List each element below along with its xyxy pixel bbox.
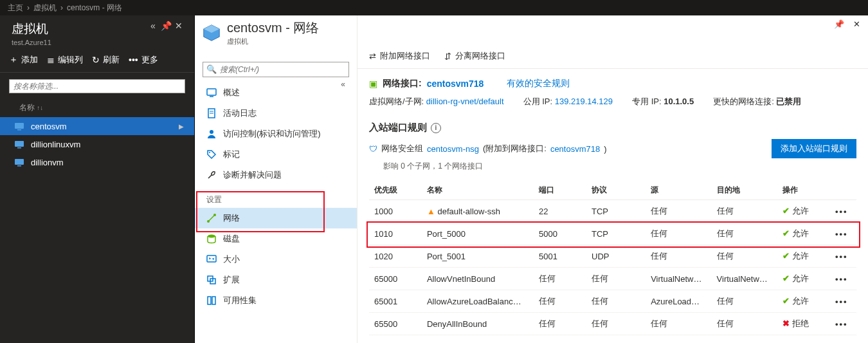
collapse-icon[interactable]: « xyxy=(147,21,159,31)
col-protocol[interactable]: 协议 xyxy=(586,181,646,200)
info-icon[interactable]: i xyxy=(431,123,441,133)
nav-item-label: 磁盘 xyxy=(223,233,240,245)
col-dest[interactable]: 目的地 xyxy=(712,181,777,200)
cell-source: 任何 xyxy=(646,245,711,268)
nav-item-avail[interactable]: 可用性集 xyxy=(195,290,357,311)
rule-row[interactable]: 1020Port_50015001UDP任何任何✔ 允许••• xyxy=(369,245,856,268)
row-more-icon[interactable]: ••• xyxy=(835,229,848,239)
more-icon: ••• xyxy=(129,55,138,65)
nic-link[interactable]: centosvm718 xyxy=(427,79,484,89)
privateip-value: 10.1.0.5 xyxy=(664,97,694,106)
rule-row[interactable]: 65001AllowAzureLoadBalanc…任何任何AzureLoad…… xyxy=(369,290,856,313)
vm-list-item[interactable]: dillionlinuxvm xyxy=(0,135,194,153)
nsg-nic-link[interactable]: centosvm718 xyxy=(550,144,600,154)
vm-column-header[interactable]: 名称 ↑↓ xyxy=(0,96,194,117)
nav-item-label: 活动日志 xyxy=(223,107,257,119)
rule-row[interactable]: 65500DenyAllInBound任何任何任何任何✖ 拒绝••• xyxy=(369,313,856,335)
publicip-label: 公用 IP: xyxy=(523,97,553,106)
svg-point-18 xyxy=(208,235,215,238)
nav-item-tag[interactable]: 标记 xyxy=(195,144,357,165)
cell-name: Port_5000 xyxy=(422,223,534,245)
cell-dest: 任何 xyxy=(712,290,777,313)
vm-list-item[interactable]: centosvm▶ xyxy=(0,117,194,135)
cell-action: ✔ 允许 xyxy=(777,200,830,223)
nav-item-network[interactable]: 网络 xyxy=(195,208,357,228)
rule-row[interactable]: 1000▲ default-allow-ssh22TCP任何任何✔ 允许••• xyxy=(369,200,856,223)
nav-title: centosvm - 网络 xyxy=(227,19,319,37)
effective-rules-link[interactable]: 有效的安全规则 xyxy=(507,78,570,89)
vm-icon xyxy=(14,157,24,167)
pin-icon[interactable]: 📌 xyxy=(159,21,172,31)
svg-point-14 xyxy=(209,152,210,153)
rule-row[interactable]: 65000AllowVnetInBound任何任何VirtualNetw…Vir… xyxy=(369,268,856,290)
refresh-button[interactable]: ↻刷新 xyxy=(92,54,120,66)
svg-rect-2 xyxy=(15,141,24,147)
monitor-icon xyxy=(206,88,217,98)
vm-filter-input[interactable] xyxy=(9,79,185,93)
cell-port: 任何 xyxy=(534,313,586,335)
col-port[interactable]: 端口 xyxy=(534,181,586,200)
col-source[interactable]: 源 xyxy=(646,181,711,200)
nav-item-wrench[interactable]: 诊断并解决问题 xyxy=(195,165,357,185)
nav-item-monitor[interactable]: 概述 xyxy=(195,82,357,103)
nav-item-label: 标记 xyxy=(223,149,240,160)
cell-name: AllowVnetInBound xyxy=(422,268,534,290)
cell-priority: 1010 xyxy=(369,223,422,245)
cell-port: 任何 xyxy=(534,268,586,290)
publicip-link[interactable]: 139.219.14.129 xyxy=(555,97,613,106)
cell-dest: 任何 xyxy=(712,200,777,223)
detach-icon: ⇵ xyxy=(444,51,451,61)
inbound-rules-table: 优先级 名称 端口 协议 源 目的地 操作 1000▲ default-allo… xyxy=(369,181,856,335)
cell-protocol: 任何 xyxy=(586,313,646,335)
cell-dest: 任何 xyxy=(712,313,777,335)
nav-search-input[interactable] xyxy=(203,62,349,77)
breadcrumb-home[interactable]: 主页 xyxy=(8,3,23,14)
vm-list-item[interactable]: dillionvm xyxy=(0,153,194,171)
row-more-icon[interactable]: ••• xyxy=(835,252,848,261)
pin-icon[interactable]: 📌 xyxy=(834,19,844,29)
detach-nic-button[interactable]: ⇵分离网络接口 xyxy=(444,50,505,62)
cell-priority: 65500 xyxy=(369,313,422,335)
cell-protocol: 任何 xyxy=(586,268,646,290)
nic-label: 网络接口: xyxy=(383,78,422,89)
nav-item-label: 诊断并解决问题 xyxy=(223,169,282,181)
nav-item-disk[interactable]: 磁盘 xyxy=(195,228,357,249)
cell-dest: 任何 xyxy=(712,245,777,268)
close-icon[interactable]: ✕ xyxy=(172,21,185,31)
nav-item-ext[interactable]: 扩展 xyxy=(195,270,357,290)
subnet-link[interactable]: dillion-rg-vnet/default xyxy=(426,97,504,106)
add-button[interactable]: ＋添加 xyxy=(9,54,38,66)
nsg-link[interactable]: centosvm-nsg xyxy=(427,144,479,154)
edit-columns-button[interactable]: ≣编辑列 xyxy=(47,54,83,66)
nav-subtitle: 虚拟机 xyxy=(227,37,319,46)
row-more-icon[interactable]: ••• xyxy=(835,319,848,329)
row-more-icon[interactable]: ••• xyxy=(835,207,848,216)
breadcrumb-vm[interactable]: 虚拟机 xyxy=(33,3,57,14)
breadcrumb: 主页 › 虚拟机 › centosvm - 网络 xyxy=(0,0,868,15)
cell-priority: 1000 xyxy=(369,200,422,223)
attach-nic-button[interactable]: ⇄附加网络接口 xyxy=(369,50,430,62)
cell-priority: 65000 xyxy=(369,268,422,290)
cell-action: ✔ 允许 xyxy=(777,268,830,290)
nav-item-log[interactable]: 活动日志 xyxy=(195,103,357,124)
cell-protocol: TCP xyxy=(586,200,646,223)
nav-item-label: 网络 xyxy=(223,212,240,224)
col-priority[interactable]: 优先级 xyxy=(369,181,422,200)
privateip-label: 专用 IP: xyxy=(632,97,662,106)
more-button[interactable]: •••更多 xyxy=(129,54,158,66)
row-more-icon[interactable]: ••• xyxy=(835,274,848,284)
cell-port: 5000 xyxy=(534,223,586,245)
add-inbound-rule-button[interactable]: 添加入站端口规则 xyxy=(772,139,856,158)
inbound-rules-title: 入站端口规则 xyxy=(369,122,427,134)
row-more-icon[interactable]: ••• xyxy=(835,297,848,306)
vm-name: dillionvm xyxy=(31,158,64,167)
col-name[interactable]: 名称 xyxy=(422,181,534,200)
nav-item-people[interactable]: 访问控制(标识和访问管理) xyxy=(195,124,357,144)
close-icon[interactable]: ✕ xyxy=(853,19,860,29)
col-action[interactable]: 操作 xyxy=(777,181,830,200)
impact-text: 影响 0 个子网，1 个网络接口 xyxy=(383,161,856,172)
vm-name: centosvm xyxy=(31,122,67,131)
rule-row[interactable]: 1010Port_50005000TCP任何任何✔ 允许••• xyxy=(369,223,856,245)
nav-item-size[interactable]: 大小 xyxy=(195,249,357,270)
ext-icon xyxy=(206,275,217,285)
